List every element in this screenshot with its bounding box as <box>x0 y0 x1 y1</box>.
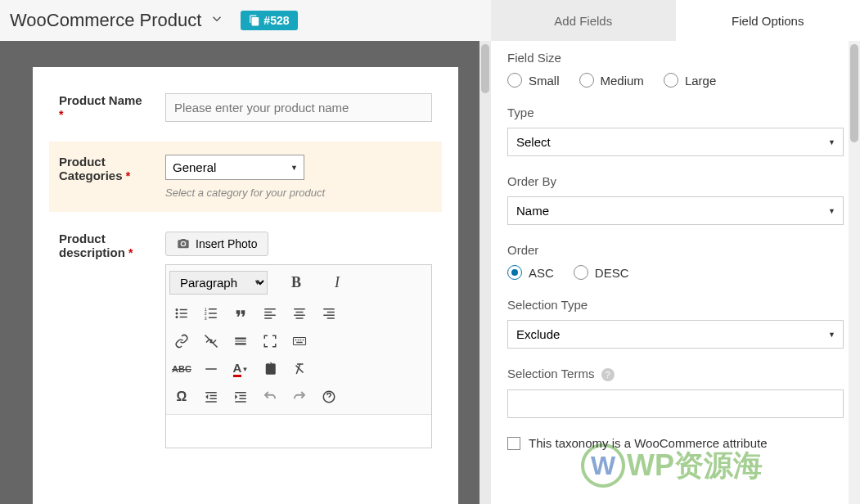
svg-rect-23 <box>327 317 335 319</box>
tab-add-fields[interactable]: Add Fields <box>491 0 676 41</box>
categories-helper: Select a category for your product <box>165 187 432 199</box>
keyboard-icon[interactable] <box>287 329 312 353</box>
field-size-label: Field Size <box>507 51 844 65</box>
strikethrough-icon[interactable]: ABC <box>169 357 194 381</box>
svg-rect-21 <box>327 312 335 313</box>
selection-terms-label: Selection Terms ? <box>507 367 844 381</box>
svg-rect-22 <box>323 315 335 317</box>
radio-small[interactable]: Small <box>507 73 560 88</box>
indent-icon[interactable] <box>228 385 253 409</box>
page-title: WooCommerce Product <box>10 10 201 31</box>
form-id-badge[interactable]: #528 <box>241 11 297 30</box>
link-icon[interactable] <box>169 329 194 353</box>
align-left-icon[interactable] <box>258 301 282 326</box>
woocommerce-attr-label: This taxonomy is a WooCommerce attribute <box>529 436 768 450</box>
selection-type-select[interactable]: Exclude <box>507 320 844 349</box>
product-name-label: Product Name* <box>59 93 165 122</box>
radio-medium[interactable]: Medium <box>579 73 644 88</box>
fullscreen-icon[interactable] <box>258 329 282 353</box>
svg-rect-32 <box>296 342 303 344</box>
unlink-icon[interactable] <box>199 329 223 353</box>
italic-button[interactable]: I <box>325 270 349 295</box>
selection-terms-input[interactable] <box>507 389 844 418</box>
svg-marker-43 <box>235 394 237 399</box>
tab-field-options[interactable]: Field Options <box>676 0 861 41</box>
svg-rect-3 <box>180 313 187 314</box>
order-label: Order <box>507 243 844 257</box>
insert-photo-button[interactable]: Insert Photo <box>165 232 268 256</box>
svg-rect-41 <box>240 398 246 400</box>
svg-rect-11 <box>209 317 217 319</box>
format-select[interactable]: Paragraph <box>169 271 268 295</box>
undo-icon[interactable] <box>258 385 282 409</box>
svg-rect-39 <box>235 392 246 394</box>
svg-marker-38 <box>205 394 208 399</box>
svg-rect-40 <box>240 395 246 397</box>
align-right-icon[interactable] <box>317 301 341 326</box>
svg-point-2 <box>176 313 178 315</box>
type-label: Type <box>507 106 844 119</box>
align-center-icon[interactable] <box>287 301 312 326</box>
svg-rect-15 <box>264 317 272 319</box>
bullet-list-icon[interactable] <box>169 301 194 326</box>
svg-point-0 <box>176 308 178 311</box>
svg-rect-19 <box>296 317 304 319</box>
radio-large[interactable]: Large <box>664 73 716 88</box>
svg-rect-27 <box>294 338 306 345</box>
svg-rect-16 <box>294 308 305 310</box>
order-by-label: Order By <box>507 174 844 188</box>
help-icon[interactable] <box>317 385 341 409</box>
outdent-icon[interactable] <box>199 385 223 409</box>
svg-rect-5 <box>180 317 187 318</box>
svg-rect-25 <box>235 340 246 342</box>
svg-rect-37 <box>205 401 217 403</box>
svg-rect-9 <box>209 313 217 314</box>
selection-type-label: Selection Type <box>507 298 844 312</box>
svg-rect-36 <box>210 398 217 400</box>
svg-rect-29 <box>298 340 299 341</box>
svg-rect-7 <box>209 308 217 310</box>
svg-rect-14 <box>264 315 276 317</box>
chevron-down-icon[interactable] <box>209 11 224 29</box>
more-icon[interactable] <box>228 329 253 353</box>
product-name-input[interactable] <box>165 93 432 122</box>
radio-asc[interactable]: ASC <box>507 265 554 280</box>
svg-rect-28 <box>295 340 297 341</box>
svg-rect-12 <box>264 308 276 310</box>
product-description-label: Product description * <box>59 232 165 448</box>
clear-format-icon[interactable] <box>287 357 312 381</box>
hr-icon[interactable] <box>199 357 223 381</box>
bold-button[interactable]: B <box>284 270 308 295</box>
text-color-icon[interactable]: A ▼ <box>228 357 253 381</box>
svg-rect-20 <box>323 308 335 310</box>
svg-rect-33 <box>205 368 217 370</box>
svg-rect-35 <box>210 395 217 397</box>
svg-rect-18 <box>294 315 305 317</box>
options-scrollbar[interactable] <box>849 41 860 504</box>
woocommerce-attr-checkbox[interactable] <box>507 437 520 450</box>
type-select[interactable]: Select <box>507 128 844 156</box>
paste-icon[interactable] <box>258 357 282 381</box>
svg-rect-17 <box>296 312 304 313</box>
product-categories-label: Product Categories * <box>59 155 165 199</box>
svg-rect-26 <box>235 343 246 344</box>
svg-rect-42 <box>235 401 246 403</box>
svg-rect-13 <box>264 312 272 313</box>
svg-text:3: 3 <box>205 316 207 321</box>
svg-rect-30 <box>300 340 302 341</box>
redo-icon[interactable] <box>287 385 312 409</box>
svg-rect-34 <box>205 392 217 394</box>
help-tooltip-icon[interactable]: ? <box>601 368 615 381</box>
editor-scrollbar[interactable] <box>480 41 491 504</box>
svg-rect-24 <box>235 338 246 340</box>
special-char-icon[interactable]: Ω <box>169 385 194 409</box>
svg-rect-1 <box>180 309 187 311</box>
product-categories-select[interactable]: General <box>165 155 304 180</box>
svg-rect-31 <box>303 340 304 341</box>
radio-desc[interactable]: DESC <box>574 265 629 280</box>
blockquote-icon[interactable] <box>228 301 253 326</box>
svg-point-4 <box>176 316 178 318</box>
editor-content[interactable] <box>166 415 431 448</box>
order-by-select[interactable]: Name <box>507 196 844 225</box>
numbered-list-icon[interactable]: 123 <box>199 301 223 326</box>
